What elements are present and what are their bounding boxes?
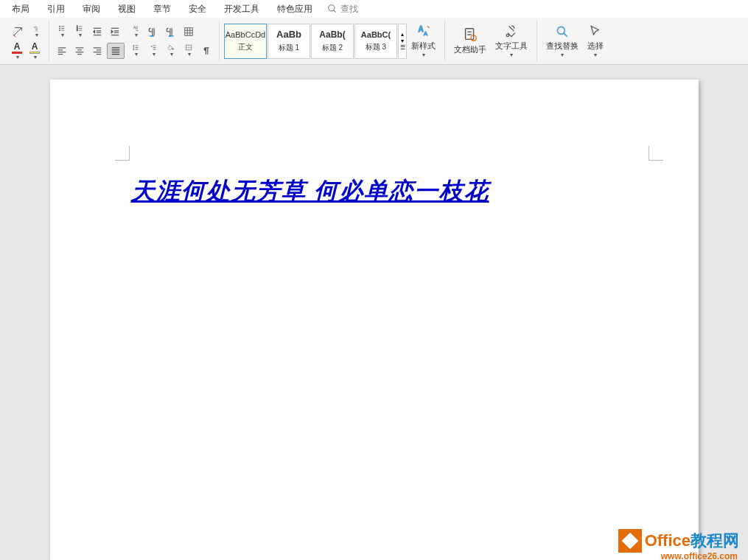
find-replace-button[interactable]: 查找替换▾ bbox=[542, 21, 583, 61]
phonetic-button[interactable]: wén文▾ bbox=[28, 24, 44, 40]
select-button[interactable]: 选择▾ bbox=[583, 21, 608, 61]
svg-point-6 bbox=[59, 27, 60, 28]
search-placeholder: 查找 bbox=[340, 3, 358, 15]
watermark: Office教程网 bbox=[618, 529, 739, 553]
search-box[interactable]: 查找 bbox=[327, 3, 358, 15]
menu-references[interactable]: 引用 bbox=[38, 0, 74, 18]
style-preview: AaBb bbox=[268, 29, 310, 40]
svg-point-63 bbox=[557, 27, 565, 34]
text-tool-label: 文字工具 bbox=[495, 41, 528, 52]
text-tool-button[interactable]: 文字工具▾ bbox=[491, 21, 532, 61]
shading-button[interactable]: ▾ bbox=[163, 43, 179, 59]
line-spacing-button[interactable]: ▾ bbox=[127, 43, 144, 59]
ribbon-group-styles: AaBbCcDd 正文 AaBb 标题 1 AaBb( 标题 2 AaBbC( … bbox=[220, 21, 445, 61]
menu-chapter[interactable]: 章节 bbox=[144, 0, 180, 18]
document-area: 天涯何处无芳草 何必单恋一枝花 bbox=[0, 65, 748, 560]
style-label: 正文 bbox=[238, 42, 253, 52]
svg-line-1 bbox=[334, 10, 336, 13]
menu-layout[interactable]: 布局 bbox=[3, 0, 38, 18]
bullets-button[interactable]: ▾ bbox=[54, 24, 70, 40]
text-direction-button[interactable]: A▾ bbox=[127, 24, 144, 40]
doc-helper-button[interactable]: 文档助手 bbox=[450, 21, 491, 61]
indent-button[interactable] bbox=[107, 24, 123, 40]
svg-point-8 bbox=[59, 29, 60, 30]
clear-format-button[interactable] bbox=[9, 24, 27, 40]
find-replace-label: 查找替换 bbox=[546, 41, 579, 52]
rtl-button[interactable] bbox=[163, 24, 179, 40]
watermark-icon bbox=[618, 529, 642, 553]
ribbon: wén文▾ A▾ A▾ ▾ 123▾ A▾ bbox=[0, 18, 748, 65]
menu-special[interactable]: 特色应用 bbox=[268, 0, 321, 18]
style-heading-3[interactable]: AaBbC( 标题 3 bbox=[354, 24, 397, 59]
svg-text:A: A bbox=[424, 30, 427, 37]
ribbon-group-format: wén文▾ A▾ A▾ bbox=[4, 21, 49, 61]
style-normal[interactable]: AaBbCcDd 正文 bbox=[224, 24, 267, 59]
svg-point-52 bbox=[172, 48, 174, 49]
menu-view[interactable]: 视图 bbox=[109, 0, 144, 18]
menu-devtools[interactable]: 开发工具 bbox=[215, 0, 268, 18]
document-text[interactable]: 天涯何处无芳草 何必单恋一枝花 bbox=[131, 175, 618, 208]
paragraph-mark-button[interactable] bbox=[198, 43, 214, 59]
doc-helper-label: 文档助手 bbox=[454, 44, 486, 55]
highlight-button[interactable]: A▾ bbox=[27, 43, 43, 59]
insert-table-button[interactable] bbox=[181, 24, 197, 40]
style-heading-1[interactable]: AaBb 标题 1 bbox=[268, 24, 310, 59]
menu-security[interactable]: 安全 bbox=[180, 0, 215, 18]
numbering-button[interactable]: 123▾ bbox=[71, 24, 88, 40]
select-label: 选择 bbox=[587, 41, 604, 52]
svg-text:A: A bbox=[418, 25, 423, 33]
align-center-button[interactable] bbox=[71, 43, 88, 59]
style-preview: AaBbC( bbox=[355, 30, 396, 39]
new-style-label: 新样式 bbox=[411, 41, 436, 52]
svg-text:A: A bbox=[133, 26, 136, 29]
svg-point-0 bbox=[329, 5, 335, 11]
margin-mark-top-right bbox=[649, 146, 663, 161]
tab-button[interactable]: ▾ bbox=[145, 43, 161, 59]
svg-point-4 bbox=[59, 26, 60, 27]
ribbon-group-paragraph: ▾ 123▾ A▾ ▾ ▾ ▾ ▾ bbox=[49, 21, 220, 61]
font-color-button[interactable]: A▾ bbox=[9, 43, 25, 59]
ribbon-group-find: 查找替换▾ 选择▾ bbox=[537, 21, 612, 61]
align-right-button[interactable] bbox=[89, 43, 105, 59]
margin-mark-top-left bbox=[115, 146, 130, 161]
svg-line-64 bbox=[564, 33, 567, 37]
menu-review[interactable]: 审阅 bbox=[74, 0, 109, 18]
document-page[interactable]: 天涯何处无芳草 何必单恋一枝花 bbox=[50, 80, 699, 560]
svg-rect-58 bbox=[466, 29, 474, 40]
svg-rect-41 bbox=[185, 27, 193, 35]
style-preview: AaBbCcDd bbox=[225, 30, 266, 39]
svg-point-62 bbox=[506, 34, 508, 36]
watermark-brand-1: Office bbox=[645, 531, 691, 550]
style-label: 标题 2 bbox=[322, 43, 343, 53]
watermark-brand-2: 教程网 bbox=[691, 530, 739, 552]
style-preview: AaBb( bbox=[312, 29, 353, 40]
align-justify-button[interactable] bbox=[107, 43, 125, 59]
borders-button[interactable]: ▾ bbox=[181, 43, 197, 59]
ribbon-group-tools: 文档助手 文字工具▾ bbox=[445, 21, 537, 61]
style-gallery: AaBbCcDd 正文 AaBb 标题 1 AaBb( 标题 2 AaBbC( … bbox=[224, 24, 407, 59]
style-gallery-dropdown[interactable]: ▴▾☰ bbox=[398, 24, 407, 59]
style-label: 标题 1 bbox=[279, 43, 299, 53]
search-icon bbox=[327, 4, 338, 14]
ltr-button[interactable] bbox=[145, 24, 161, 40]
menu-bar: 布局 引用 审阅 视图 章节 安全 开发工具 特色应用 查找 bbox=[0, 0, 748, 18]
new-style-button[interactable]: AA 新样式▾ bbox=[407, 21, 440, 61]
style-label: 标题 3 bbox=[366, 42, 386, 52]
align-left-button[interactable] bbox=[54, 43, 70, 59]
watermark-url: www.office26.com bbox=[661, 551, 738, 560]
outdent-button[interactable] bbox=[89, 24, 105, 40]
style-heading-2[interactable]: AaBb( 标题 2 bbox=[311, 24, 354, 59]
